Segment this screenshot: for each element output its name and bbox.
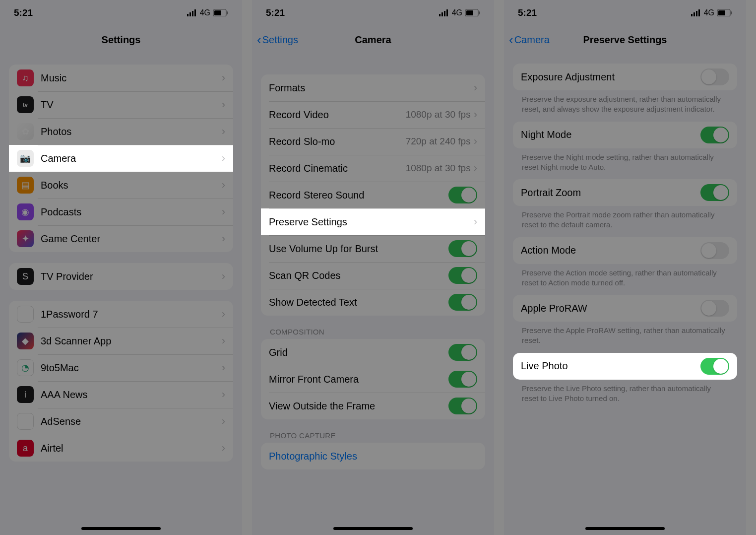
section-footer: Preserve the exposure adjustment, rather… (513, 90, 737, 115)
home-indicator[interactable] (81, 527, 161, 530)
row-live-photo[interactable]: Live Photo (513, 353, 737, 380)
row-adsense[interactable]: ◢AdSense› (9, 408, 233, 435)
status-time: 5:21 (14, 7, 33, 18)
toggle[interactable] (448, 344, 477, 361)
row-airtel[interactable]: aAirtel› (9, 435, 233, 462)
row-view-outside-the-frame[interactable]: View Outside the Frame (261, 393, 485, 419)
camera-list[interactable]: Formats›Record Video1080p at 30 fps›Reco… (252, 54, 494, 489)
preserve-group: Exposure Adjustment (513, 64, 737, 90)
status-bar: 5:21 4G (504, 0, 746, 26)
row-exposure-adjustment[interactable]: Exposure Adjustment (513, 64, 737, 90)
books-icon: ▤ (17, 177, 34, 194)
back-button[interactable]: ‹ Settings (257, 33, 298, 46)
preserve-group: Portrait Zoom (513, 179, 737, 206)
row-grid[interactable]: Grid (261, 339, 485, 366)
row-1password-7[interactable]: ◯1Password 7› (9, 301, 233, 328)
toggle[interactable] (700, 358, 729, 375)
toggle[interactable] (448, 398, 477, 414)
toggle[interactable] (700, 300, 729, 317)
row-label: Action Mode (521, 245, 700, 256)
row-show-detected-text[interactable]: Show Detected Text (261, 289, 485, 316)
home-indicator[interactable] (585, 527, 665, 530)
row-podcasts[interactable]: ◉Podcasts› (9, 199, 233, 225)
3dscanner-icon: ◆ (17, 333, 34, 349)
toggle[interactable] (448, 187, 477, 203)
section-header-photo-capture: Photo Capture (261, 419, 485, 443)
row-photographic-styles[interactable]: Photographic Styles (261, 443, 485, 469)
toggle[interactable] (700, 242, 729, 259)
toggle[interactable] (448, 294, 477, 311)
row-label: 9to5Mac (41, 362, 222, 374)
toggle[interactable] (448, 371, 477, 388)
chevron-right-icon: › (222, 232, 225, 245)
row-9to5mac[interactable]: ◔9to5Mac› (9, 354, 233, 381)
tv-icon: tv (17, 96, 34, 113)
row-music[interactable]: ♫Music› (9, 65, 233, 91)
9to5-icon: ◔ (17, 359, 34, 376)
status-network: 4G (704, 8, 714, 17)
row-record-stereo-sound[interactable]: Record Stereo Sound (261, 182, 485, 208)
row-tv-provider[interactable]: STV Provider› (9, 263, 233, 290)
row-portrait-zoom[interactable]: Portrait Zoom (513, 179, 737, 206)
row-label: Portrait Zoom (521, 187, 700, 199)
signal-icon (439, 9, 449, 16)
row-record-cinematic[interactable]: Record Cinematic1080p at 30 fps› (261, 155, 485, 182)
back-button[interactable]: ‹ Camera (509, 33, 550, 46)
row-aaa-news[interactable]: iAAA News› (9, 381, 233, 408)
status-right: 4G (439, 8, 480, 17)
row-label: Live Photo (521, 360, 700, 372)
status-right: 4G (691, 8, 732, 17)
row-mirror-front-camera[interactable]: Mirror Front Camera (261, 366, 485, 393)
row-tv[interactable]: tvTV› (9, 91, 233, 118)
home-indicator[interactable] (333, 527, 413, 530)
chevron-right-icon: › (222, 442, 225, 455)
svg-rect-1 (189, 12, 191, 16)
row-record-slo-mo[interactable]: Record Slo-mo720p at 240 fps› (261, 128, 485, 155)
row-formats[interactable]: Formats› (261, 74, 485, 101)
settings-list[interactable]: ♫Music›tvTV›✿Photos›📷Camera›▤Books›◉Podc… (0, 54, 242, 481)
svg-rect-10 (446, 9, 448, 16)
row-3d-scanner-app[interactable]: ◆3d Scanner App› (9, 328, 233, 354)
svg-rect-14 (691, 14, 693, 16)
chevron-right-icon: › (222, 334, 225, 347)
row-game-center[interactable]: ✦Game Center› (9, 225, 233, 252)
gamecenter-icon: ✦ (17, 230, 34, 247)
row-action-mode[interactable]: Action Mode (513, 237, 737, 264)
chevron-right-icon: › (222, 205, 225, 218)
chevron-right-icon: › (222, 71, 225, 84)
page-title: Camera (355, 34, 391, 46)
preserve-list[interactable]: Exposure AdjustmentPreserve the exposure… (504, 54, 746, 423)
camera-group-photo-capture: Photographic Styles (261, 443, 485, 469)
section-header-composition: Composition (261, 316, 485, 339)
toggle[interactable] (448, 240, 477, 257)
row-night-mode[interactable]: Night Mode (513, 122, 737, 148)
1password-icon: ◯ (17, 306, 34, 323)
row-label: Exposure Adjustment (521, 71, 700, 83)
row-label: Music (41, 72, 222, 84)
toggle[interactable] (700, 184, 729, 201)
toggle[interactable] (700, 127, 729, 143)
camera-group-composition: GridMirror Front CameraView Outside the … (261, 339, 485, 419)
row-label: Show Detected Text (269, 297, 448, 308)
page-title: Preserve Settings (583, 34, 667, 46)
row-label: AAA News (41, 389, 222, 401)
row-label: Formats (269, 82, 474, 94)
row-label: Night Mode (521, 129, 700, 140)
row-books[interactable]: ▤Books› (9, 172, 233, 199)
row-label: Preserve Settings (269, 216, 474, 228)
toggle[interactable] (700, 68, 729, 85)
svg-rect-3 (194, 9, 196, 16)
screen-settings: 5:21 4G Settings ♫Music›tvTV›✿Photos›📷Ca… (0, 0, 242, 535)
row-camera[interactable]: 📷Camera› (9, 145, 233, 172)
row-record-video[interactable]: Record Video1080p at 30 fps› (261, 101, 485, 128)
aaa-icon: i (17, 386, 34, 403)
row-scan-qr-codes[interactable]: Scan QR Codes (261, 262, 485, 289)
row-photos[interactable]: ✿Photos› (9, 118, 233, 145)
row-preserve-settings[interactable]: Preserve Settings› (261, 208, 485, 235)
row-use-volume-up-for-burst[interactable]: Use Volume Up for Burst (261, 235, 485, 262)
toggle[interactable] (448, 267, 477, 284)
screen-camera: 5:21 4G ‹ Settings Camera Formats›Record… (252, 0, 494, 535)
section-footer: Preserve the Action mode setting, rather… (513, 264, 737, 288)
row-label: Record Cinematic (269, 163, 406, 174)
row-apple-proraw[interactable]: Apple ProRAW (513, 295, 737, 322)
